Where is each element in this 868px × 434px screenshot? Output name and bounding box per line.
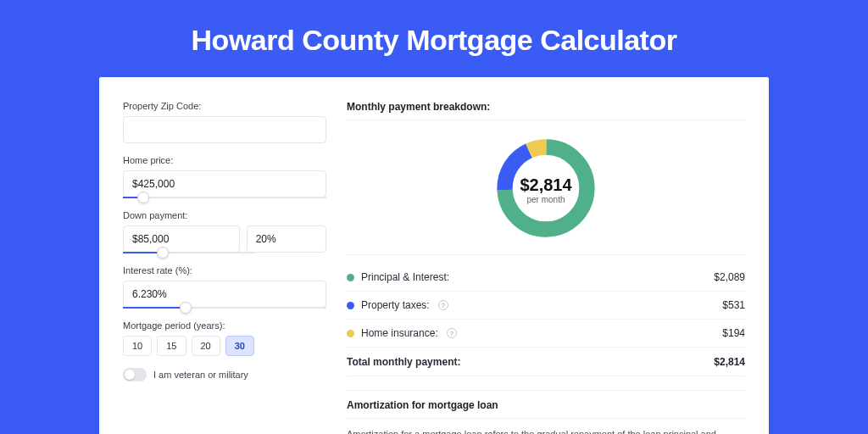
donut-center: $2,814 per month xyxy=(520,175,571,204)
legend-value: $2,089 xyxy=(714,271,745,283)
period-btn-30[interactable]: 30 xyxy=(225,336,254,356)
amortization-title: Amortization for mortgage loan xyxy=(347,399,745,418)
divider xyxy=(347,254,745,255)
home-price-input[interactable] xyxy=(123,170,326,198)
veteran-toggle[interactable] xyxy=(123,368,147,381)
home-price-label: Home price: xyxy=(123,155,326,165)
dot-yellow-icon xyxy=(347,330,354,337)
breakdown-column: Monthly payment breakdown: $2,814 per mo… xyxy=(347,101,745,434)
interest-rate-label: Interest rate (%): xyxy=(123,265,326,275)
veteran-label: I am veteran or military xyxy=(153,370,248,380)
period-options: 10 15 20 30 xyxy=(123,336,326,356)
down-payment-group: Down payment: xyxy=(123,210,326,253)
divider xyxy=(347,418,745,419)
period-btn-20[interactable]: 20 xyxy=(192,336,220,356)
slider-thumb[interactable] xyxy=(137,192,149,203)
donut-chart: $2,814 per month xyxy=(347,129,745,254)
legend-label: Property taxes: xyxy=(361,299,430,311)
legend-value: $531 xyxy=(722,299,745,311)
legend-insurance: Home insurance: ? $194 xyxy=(347,320,745,348)
period-label: Mortgage period (years): xyxy=(123,320,326,331)
zip-field-group: Property Zip Code: xyxy=(123,101,326,143)
down-payment-slider[interactable] xyxy=(123,252,255,253)
legend-value: $194 xyxy=(722,327,745,339)
divider xyxy=(347,120,745,120)
legend-taxes: Property taxes: ? $531 xyxy=(347,292,745,320)
interest-rate-slider[interactable] xyxy=(123,307,326,309)
legend-total: Total monthly payment: $2,814 xyxy=(347,348,745,376)
period-btn-15[interactable]: 15 xyxy=(157,336,186,356)
down-payment-pct-input[interactable] xyxy=(247,225,326,253)
zip-label: Property Zip Code: xyxy=(123,101,326,111)
down-payment-input[interactable] xyxy=(123,225,240,253)
down-payment-label: Down payment: xyxy=(123,210,326,220)
zip-input[interactable] xyxy=(123,116,326,143)
home-price-slider[interactable] xyxy=(123,197,326,198)
donut-sub: per month xyxy=(520,195,571,204)
home-price-group: Home price: xyxy=(123,155,326,198)
veteran-row: I am veteran or military xyxy=(123,368,326,381)
form-column: Property Zip Code: Home price: Down paym… xyxy=(123,101,326,434)
legend-label: Home insurance: xyxy=(361,327,438,339)
period-group: Mortgage period (years): 10 15 20 30 xyxy=(123,320,326,356)
page-title: Howard County Mortgage Calculator xyxy=(0,0,868,77)
donut-amount: $2,814 xyxy=(520,175,571,195)
legend-label: Principal & Interest: xyxy=(361,271,449,283)
divider xyxy=(347,390,745,391)
info-icon[interactable]: ? xyxy=(447,328,457,338)
interest-rate-group: Interest rate (%): xyxy=(123,265,326,309)
dot-blue-icon xyxy=(347,302,354,309)
slider-thumb[interactable] xyxy=(180,302,192,314)
amortization-section: Amortization for mortgage loan Amortizat… xyxy=(347,390,745,434)
slider-thumb[interactable] xyxy=(157,247,169,259)
dot-green-icon xyxy=(347,274,354,281)
breakdown-title: Monthly payment breakdown: xyxy=(347,101,745,120)
total-value: $2,814 xyxy=(714,356,745,368)
amortization-body: Amortization for a mortgage loan refers … xyxy=(347,427,745,434)
info-icon[interactable]: ? xyxy=(438,300,448,310)
calculator-card: Property Zip Code: Home price: Down paym… xyxy=(99,77,769,434)
period-btn-10[interactable]: 10 xyxy=(123,336,152,356)
interest-rate-input[interactable] xyxy=(123,281,326,308)
legend-principal: Principal & Interest: $2,089 xyxy=(347,264,745,292)
total-label: Total monthly payment: xyxy=(347,356,460,368)
